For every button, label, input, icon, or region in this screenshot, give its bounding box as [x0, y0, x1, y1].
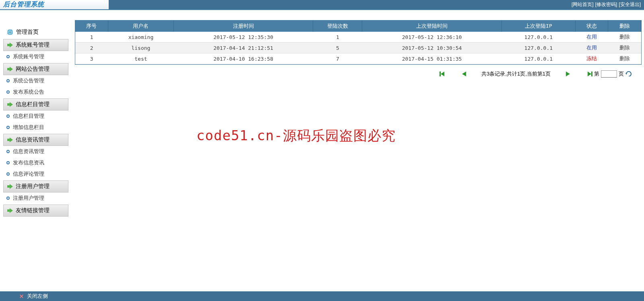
cell-regtime: 2017-04-14 21:12:51: [173, 43, 313, 53]
top-header: 后台管理系统 [网站首页] [修改密码] [安全退出]: [0, 0, 644, 10]
table-row: 3test2017-04-10 16:23:5872017-04-15 01:3…: [75, 53, 641, 64]
sidebar-item-column-add[interactable]: 增加信息栏目: [3, 122, 68, 133]
bullet-icon: [6, 55, 10, 58]
sidebar: 管理首页 系统账号管理 系统账号管理 网站公告管理 系统公告管理 发布系统公告 …: [0, 10, 72, 291]
col-index: 序号: [75, 20, 108, 32]
top-links: [网站首页] [修改密码] [安全退出]: [109, 0, 644, 9]
prev-page-button[interactable]: [461, 71, 467, 77]
pager-info: 共3条记录,共计1页,当前第1页: [481, 70, 551, 78]
goto-prefix: 第: [594, 70, 599, 78]
cell-ip: 127.0.0.1: [502, 53, 575, 64]
cell-delete-link[interactable]: 删除: [619, 55, 630, 61]
cell-count: 5: [313, 43, 362, 53]
sidebar-item-label: 系统公告管理: [13, 77, 44, 84]
svg-point-0: [7, 29, 13, 35]
cell-delete-link[interactable]: 删除: [619, 34, 630, 40]
sidebar-item-news-comment[interactable]: 信息评论管理: [3, 168, 68, 180]
sidebar-item-label: 信息资讯管理: [13, 148, 44, 155]
last-page-button[interactable]: [585, 71, 592, 77]
folder-arrow-icon: [7, 42, 13, 48]
svg-rect-4: [591, 72, 592, 76]
sidebar-item-announcement-manage[interactable]: 系统公告管理: [3, 75, 68, 86]
sidebar-group-label: 注册用户管理: [16, 183, 50, 190]
sidebar-group-label: 信息资讯管理: [16, 136, 50, 143]
goto-page-input[interactable]: [601, 70, 617, 78]
sidebar-item-label: 信息栏目管理: [13, 113, 44, 120]
sidebar-item-announcement-publish[interactable]: 发布系统公告: [3, 86, 68, 98]
goto-button[interactable]: [625, 71, 632, 78]
sidebar-item-column-manage[interactable]: 信息栏目管理: [3, 111, 68, 122]
table-row: 1xiaoming2017-05-12 12:35:3012017-05-12 …: [75, 32, 641, 43]
app-logo: 后台管理系统: [3, 0, 44, 9]
sidebar-item-label: 增加信息栏目: [13, 124, 44, 131]
sidebar-item-account-manage[interactable]: 系统账号管理: [3, 51, 68, 62]
cell-delete: 删除: [608, 43, 641, 53]
cell-delete: 删除: [608, 32, 641, 43]
content-area: 序号 用户名 注册时间 登陆次数 上次登陆时间 上次登陆IP 状态 删除 1xi…: [72, 10, 644, 291]
cell-status: 在用: [576, 32, 608, 43]
sidebar-group-account[interactable]: 系统账号管理: [3, 39, 68, 51]
sidebar-item-news-publish[interactable]: 发布信息资讯: [3, 157, 68, 168]
folder-arrow-icon: [7, 208, 13, 213]
bullet-icon: [6, 172, 10, 176]
next-page-button[interactable]: [565, 71, 571, 77]
cell-index: 2: [75, 43, 108, 53]
sidebar-group-column[interactable]: 信息栏目管理: [3, 98, 68, 111]
col-delete: 删除: [608, 20, 641, 32]
link-logout[interactable]: [安全退出]: [619, 1, 641, 8]
col-logincount: 登陆次数: [313, 20, 362, 32]
sidebar-item-label: 信息评论管理: [13, 170, 44, 178]
cell-regtime: 2017-04-10 16:23:58: [173, 53, 313, 64]
sidebar-group-label: 友情链接管理: [16, 207, 50, 214]
cell-status-link[interactable]: 在用: [586, 34, 597, 40]
cell-lastlogin: 2017-05-12 10:30:54: [362, 43, 502, 53]
sidebar-item-users-manage[interactable]: 注册用户管理: [3, 192, 68, 204]
sidebar-item-news-manage[interactable]: 信息资讯管理: [3, 146, 68, 157]
col-regtime: 注册时间: [173, 20, 313, 32]
sidebar-item-label: 发布系统公告: [13, 88, 44, 96]
svg-rect-3: [440, 72, 441, 76]
bullet-icon: [6, 115, 10, 118]
first-page-button[interactable]: [440, 71, 447, 77]
goto-group: 第 页: [585, 70, 632, 78]
close-sidebar-label[interactable]: 关闭左侧: [27, 293, 48, 300]
cell-count: 1: [313, 32, 362, 43]
sidebar-group-label: 网站公告管理: [16, 66, 50, 73]
folder-arrow-icon: [7, 66, 13, 72]
pager: 共3条记录,共计1页,当前第1页 第 页: [75, 65, 644, 78]
cell-username: lisong: [108, 43, 173, 53]
cell-username: test: [108, 53, 173, 64]
cell-ip: 127.0.0.1: [502, 43, 575, 53]
bullet-icon: [6, 126, 10, 129]
user-table-wrap: 序号 用户名 注册时间 登陆次数 上次登陆时间 上次登陆IP 状态 删除 1xi…: [75, 20, 642, 65]
cell-index: 3: [75, 53, 108, 64]
cell-delete: 删除: [608, 53, 641, 64]
cell-status-link[interactable]: 在用: [586, 45, 597, 51]
goto-suffix: 页: [619, 70, 624, 78]
watermark-text: code51.cn-源码乐园盗图必究: [196, 127, 396, 145]
sidebar-item-label: 发布信息资讯: [13, 159, 44, 166]
folder-arrow-icon: [7, 184, 13, 189]
sidebar-group-label: 系统账号管理: [16, 41, 50, 49]
sidebar-home[interactable]: 管理首页: [3, 26, 68, 38]
sidebar-group-announcement[interactable]: 网站公告管理: [3, 63, 68, 75]
col-username: 用户名: [108, 20, 173, 32]
cell-regtime: 2017-05-12 12:35:30: [173, 32, 313, 43]
bullet-icon: [6, 79, 10, 82]
sidebar-group-news[interactable]: 信息资讯管理: [3, 134, 68, 146]
cell-status: 在用: [576, 43, 608, 53]
cell-ip: 127.0.0.1: [502, 32, 575, 43]
cell-lastlogin: 2017-05-12 12:36:10: [362, 32, 502, 43]
sidebar-group-users[interactable]: 注册用户管理: [3, 180, 68, 192]
close-sidebar-icon[interactable]: ✕: [19, 293, 24, 299]
sidebar-item-label: 注册用户管理: [13, 195, 44, 202]
cell-status-link[interactable]: 冻结: [586, 55, 597, 61]
sidebar-home-label: 管理首页: [16, 29, 39, 36]
user-table: 序号 用户名 注册时间 登陆次数 上次登陆时间 上次登陆IP 状态 删除 1xi…: [75, 20, 641, 64]
link-site-home[interactable]: [网站首页]: [572, 1, 594, 8]
link-change-password[interactable]: [修改密码]: [595, 1, 617, 8]
sidebar-group-links[interactable]: 友情链接管理: [3, 205, 68, 217]
cell-delete-link[interactable]: 删除: [619, 45, 630, 51]
footer-bar: ✕ 关闭左侧: [0, 291, 644, 301]
bullet-icon: [6, 90, 10, 94]
